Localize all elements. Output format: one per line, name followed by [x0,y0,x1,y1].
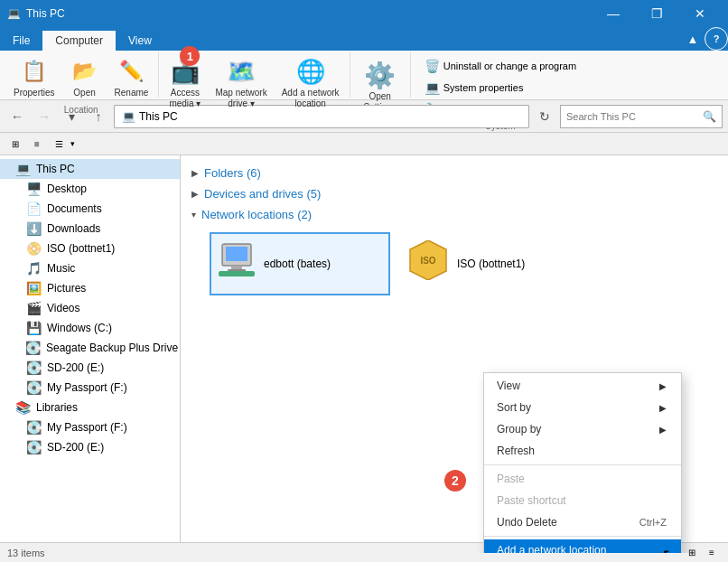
devices-section-header[interactable]: ▶ Devices and drives (5) [191,183,717,204]
desktop-icon: 🖥️ [25,182,42,196]
seagate-icon: 💽 [25,341,41,355]
svg-rect-4 [219,271,255,276]
properties-icon: 📋 [20,57,49,86]
ctx-refresh[interactable]: Refresh [484,440,681,462]
ctx-sort-arrow: ▶ [659,403,667,413]
cursor-pointer: ↖ [662,546,674,553]
map-drive-button[interactable]: 🗺️ Map networkdrive ▾ [209,52,273,114]
sidebar-item-pictures[interactable]: 🖼️ Pictures [0,278,180,298]
sidebar-item-windows-c[interactable]: 💾 Windows (C:) [0,318,180,338]
sidebar-item-seagate[interactable]: 💽 Seagate Backup Plus Drive [0,338,180,358]
this-pc-icon: 💻 [14,162,31,176]
mypassport-f-icon: 💽 [25,380,42,395]
back-button[interactable]: ← [5,105,29,128]
ctx-separator-2 [484,536,681,537]
sidebar-item-sd200-e2[interactable]: 💽 SD-200 (E:) [0,437,180,457]
open-icon: 📂 [70,57,99,86]
search-input[interactable] [566,111,699,122]
sidebar-item-mypassport-f2[interactable]: 💽 My Passport (F:) [0,417,180,437]
pictures-icon: 🖼️ [25,281,42,295]
ribbon: File Computer View ▲ ? 📋 Properties 📂 Op… [0,27,728,100]
system-props-icon: 💻 [425,80,440,95]
minimize-button[interactable]: — [593,0,634,27]
rename-button[interactable]: ✏️ Rename [108,52,155,103]
status-view-grid[interactable]: ⊞ [683,545,701,561]
add-location-icon: 🌐 [296,57,325,86]
network-item-iso[interactable]: ISO ISO (bottnet1) [401,232,532,295]
restore-button[interactable]: ❐ [636,0,677,27]
sidebar-item-sd200-e[interactable]: 💽 SD-200 (E:) [0,358,180,378]
sidebar-item-desktop[interactable]: 🖥️ Desktop [0,179,180,199]
ctx-view-arrow: ▶ [659,381,667,391]
settings-icon: ⚙️ [366,61,395,89]
forward-button[interactable]: → [33,105,56,128]
refresh-button[interactable]: ↻ [533,105,556,128]
documents-icon: 📄 [25,201,42,216]
ribbon-group-settings: ⚙️ OpenSettings [350,52,411,98]
view-dropdown-icon[interactable]: ▾ [70,139,75,148]
context-menu: View ▶ Sort by ▶ Group by ▶ Refresh Past… [483,372,682,553]
properties-button[interactable]: 📋 Properties [7,52,61,103]
tab-view[interactable]: View [116,31,164,51]
sidebar-item-documents[interactable]: 📄 Documents [0,199,180,219]
ribbon-group-network: 📺 Accessmedia ▾ 1 🗺️ Map networkdrive ▾ … [159,52,350,98]
sidebar-item-music[interactable]: 🎵 Music [0,258,180,278]
ctx-paste-shortcut: Paste shortcut [484,490,681,511]
item-count: 13 items [7,548,45,558]
ribbon-group-location: 📋 Properties 📂 Open ✏️ Rename Location [4,52,159,98]
tab-file[interactable]: File [0,31,42,51]
sidebar-item-downloads[interactable]: ⬇️ Downloads [0,219,180,239]
open-button[interactable]: 📂 Open [63,52,107,103]
sidebar-item-videos[interactable]: 🎬 Videos [0,298,180,318]
ctx-separator-1 [484,464,681,465]
access-media-button[interactable]: 📺 Accessmedia ▾ 1 [163,52,207,114]
ctx-undo-delete[interactable]: Undo Delete Ctrl+Z [484,511,681,533]
view-btn-list[interactable]: ≡ [27,135,47,153]
up-arrow-icon[interactable]: ▲ [681,27,705,51]
tab-computer[interactable]: Computer [42,31,116,51]
music-icon: 🎵 [25,261,42,276]
status-view-list[interactable]: ≡ [703,545,721,561]
sidebar-item-this-pc[interactable]: 💻 This PC [0,159,180,179]
ribbon-group-system: 🗑️ Uninstall or change a program 💻 Syste… [411,52,590,98]
map-drive-icon: 🗺️ [227,57,256,86]
mypassport-f2-icon: 💽 [25,420,42,435]
main-area: 💻 This PC 🖥️ Desktop 📄 Documents ⬇️ Down… [0,155,728,553]
edbott-icon [219,242,255,286]
address-folder-icon: 💻 [122,110,135,123]
svg-rect-1 [226,247,247,261]
close-button[interactable]: ✕ [679,0,721,27]
up-button[interactable]: ↑ [87,105,110,128]
ctx-sort[interactable]: Sort by ▶ [484,397,681,418]
recent-button[interactable]: ▾ [60,105,83,128]
folders-chevron: ▶ [191,168,199,178]
iso-network-icon: ISO [408,240,448,288]
uninstall-button[interactable]: 🗑️ Uninstall or change a program [418,56,583,76]
system-props-button[interactable]: 💻 System properties [418,78,583,98]
ctx-group[interactable]: Group by ▶ [484,418,681,440]
search-bar: 🔍 [560,105,723,128]
sd200-e-icon: 💽 [25,361,42,375]
iso-icon: 📀 [25,241,42,256]
sidebar-item-libraries[interactable]: 📚 Libraries [0,398,180,417]
sidebar-item-iso[interactable]: 📀 ISO (bottnet1) [0,239,180,258]
network-item-edbott[interactable]: edbott (bates) [210,232,390,295]
folders-section-header[interactable]: ▶ Folders (6) [191,163,717,183]
title-bar: 💻 This PC — ❐ ✕ [0,0,728,27]
ctx-paste: Paste [484,468,681,490]
ctx-add-network[interactable]: Add a network location ↖ [484,539,681,553]
add-network-location-button[interactable]: 🌐 Add a networklocation [275,52,346,114]
view-btn-details[interactable]: ☰ [49,135,69,153]
view-btn-grid[interactable]: ⊞ [5,135,25,153]
sidebar-item-mypassport-f[interactable]: 💽 My Passport (F:) [0,378,180,398]
ctx-group-arrow: ▶ [659,425,667,435]
uninstall-icon: 🗑️ [425,59,440,73]
network-section-header[interactable]: ▾ Network locations (2) [191,204,717,225]
network-chevron: ▾ [191,210,196,220]
libraries-icon: 📚 [14,400,31,415]
window-icon: 💻 [7,7,21,20]
devices-chevron: ▶ [191,189,199,199]
help-button[interactable]: ? [705,27,728,51]
search-icon: 🔍 [703,110,716,123]
ctx-view[interactable]: View ▶ [484,375,681,397]
